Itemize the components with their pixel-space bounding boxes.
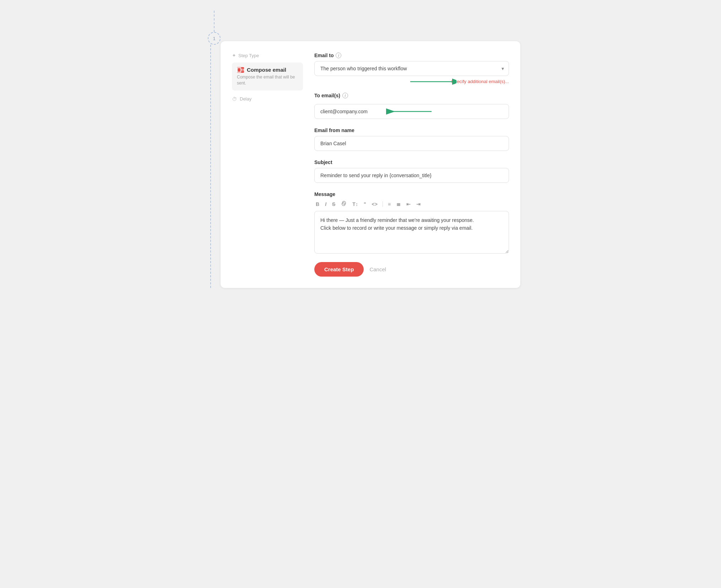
indent-less-button[interactable]: ⇤ bbox=[405, 201, 412, 208]
email-to-info-icon[interactable]: i bbox=[336, 53, 341, 58]
left-timeline bbox=[201, 41, 221, 288]
compose-email-title: Compose email bbox=[247, 67, 286, 73]
specify-emails-link[interactable]: Specify additional email(s)... bbox=[451, 79, 509, 84]
email-from-name-group: Email from name bbox=[314, 127, 509, 151]
cancel-button[interactable]: Cancel bbox=[369, 266, 386, 272]
code-button[interactable]: <> bbox=[370, 201, 379, 208]
message-toolbar: B I S T↕ " <> ≡ ≣ ⇤ ⇥ bbox=[314, 200, 509, 208]
bold-button[interactable]: B bbox=[314, 201, 321, 208]
form-area: Email to i The person who triggered this… bbox=[314, 53, 509, 277]
italic-button[interactable]: I bbox=[324, 201, 328, 208]
message-group: Message B I S T↕ " <> ≡ ≣ bbox=[314, 191, 509, 254]
subject-input[interactable] bbox=[314, 168, 509, 183]
indent-more-button[interactable]: ⇥ bbox=[415, 201, 422, 208]
message-textarea[interactable]: Hi there — Just a friendly reminder that… bbox=[314, 211, 509, 254]
to-emails-input-wrapper bbox=[314, 104, 509, 119]
dashed-line-side bbox=[210, 41, 211, 288]
create-step-button[interactable]: Create Step bbox=[314, 262, 364, 277]
compose-email-header: Compose email bbox=[237, 67, 298, 73]
sparkle-icon: ✦ bbox=[232, 53, 236, 58]
green-left-arrow-icon bbox=[382, 106, 432, 117]
bullet-list-button[interactable]: ≡ bbox=[386, 201, 392, 208]
delay-label: Delay bbox=[240, 96, 251, 102]
compose-email-item[interactable]: Compose email Compose the email that wil… bbox=[232, 62, 303, 91]
heading-button[interactable]: T↕ bbox=[351, 201, 359, 208]
message-label: Message bbox=[314, 191, 509, 197]
ordered-list-button[interactable]: ≣ bbox=[395, 201, 402, 208]
actions-row: Create Step Cancel bbox=[314, 262, 509, 277]
email-to-group: Email to i The person who triggered this… bbox=[314, 53, 509, 84]
to-emails-label: To email(s) bbox=[314, 93, 340, 98]
to-emails-group: To email(s) i bbox=[314, 93, 509, 119]
delay-item[interactable]: ⏱ Delay bbox=[232, 95, 303, 103]
email-to-select[interactable]: The person who triggered this workflow S… bbox=[314, 61, 509, 76]
email-to-label: Email to i bbox=[314, 53, 509, 58]
email-to-select-wrapper: The person who triggered this workflow S… bbox=[314, 61, 509, 76]
to-emails-info-icon[interactable]: i bbox=[342, 93, 348, 98]
email-from-name-label: Email from name bbox=[314, 127, 509, 133]
sidebar: ✦ Step Type Compose email Compose the bbox=[232, 53, 303, 277]
to-emails-label-row: To email(s) i bbox=[314, 93, 509, 98]
main-card: ✦ Step Type Compose email Compose the bbox=[221, 41, 520, 288]
step-number: 1 bbox=[213, 36, 215, 41]
step-circle: 1 bbox=[208, 32, 221, 45]
link-button[interactable] bbox=[340, 200, 348, 208]
dashed-line-top bbox=[214, 11, 215, 32]
subject-label: Subject bbox=[314, 159, 509, 165]
clock-icon: ⏱ bbox=[232, 96, 237, 102]
green-right-arrow-icon bbox=[410, 76, 456, 87]
email-icon bbox=[237, 67, 244, 73]
compose-email-desc: Compose the email that will be sent. bbox=[237, 74, 298, 86]
step-type-label: ✦ Step Type bbox=[232, 53, 303, 58]
quote-button[interactable]: " bbox=[362, 201, 368, 208]
timeline-area: 1 bbox=[208, 11, 221, 45]
step-type-text: Step Type bbox=[238, 53, 259, 58]
email-to-label-text: Email to bbox=[314, 53, 334, 58]
toolbar-divider-1 bbox=[383, 201, 383, 207]
specify-link-row: Specify additional email(s)... bbox=[314, 79, 509, 84]
subject-group: Subject bbox=[314, 159, 509, 183]
strikethrough-button[interactable]: S bbox=[331, 201, 337, 208]
email-from-name-input[interactable] bbox=[314, 136, 509, 151]
